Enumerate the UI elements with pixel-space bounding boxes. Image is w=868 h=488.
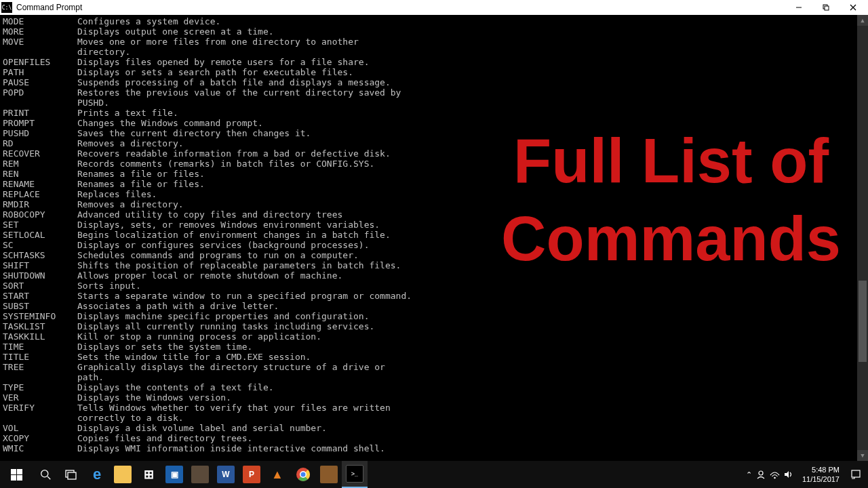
maximize-button[interactable] <box>812 0 840 15</box>
command-name: SCHTASKS <box>3 250 77 260</box>
command-name: TASKKILL <box>3 331 77 342</box>
command-description: Allows proper local or remote shutdown o… <box>77 270 342 281</box>
command-description: Displays all currently running tasks inc… <box>77 321 374 331</box>
command-row: PAUSESuspends processing of a batch file… <box>3 77 865 87</box>
command-name: WMIC <box>3 443 77 453</box>
taskbar-app-powerpoint[interactable]: P <box>239 461 264 488</box>
command-name: RENAME <box>3 179 77 189</box>
command-row: TASKLISTDisplays all currently running t… <box>3 321 865 331</box>
taskbar-app-word[interactable]: W <box>213 461 239 488</box>
taskbar-clock[interactable]: 5:48 PM 11/15/2017 <box>798 465 844 484</box>
taskbar-time: 5:48 PM <box>802 465 840 474</box>
command-description: Saves the current directory then changes… <box>77 128 311 138</box>
command-name: TIME <box>3 342 77 352</box>
taskbar-app-cmd[interactable]: >_ <box>342 461 368 488</box>
taskbar-app-chrome[interactable] <box>290 461 316 488</box>
taskbar-app-explorer[interactable] <box>110 461 136 488</box>
tray-volume-icon[interactable] <box>784 470 794 479</box>
command-row: REMRecords comments (remarks) in batch f… <box>3 159 865 169</box>
command-row: TREEGraphically displays the directory s… <box>3 362 865 382</box>
scroll-down-arrow[interactable]: ▼ <box>857 450 868 461</box>
tray-chevron-up-icon[interactable]: ⌃ <box>746 470 752 479</box>
minimize-button[interactable] <box>785 0 812 15</box>
command-name: SYSTEMINFO <box>3 311 77 321</box>
scroll-up-arrow[interactable]: ▲ <box>857 15 868 26</box>
taskbar-app-misc[interactable] <box>316 461 342 488</box>
command-row: TASKKILLKill or stop a running process o… <box>3 331 865 342</box>
tray-people-icon[interactable] <box>756 470 766 479</box>
command-row: MODEConfigures a system device. <box>3 16 865 26</box>
search-button[interactable] <box>33 461 58 488</box>
command-row: XCOPYCopies files and directory trees. <box>3 433 865 443</box>
command-row: PATHDisplays or sets a search path for e… <box>3 67 865 77</box>
command-description: Displays files opened by remote users fo… <box>77 57 369 67</box>
window-controls <box>785 0 867 15</box>
command-name: REN <box>3 169 77 179</box>
taskbar-app-store[interactable]: ⊞ <box>136 461 161 488</box>
command-name: PRINT <box>3 108 77 118</box>
command-row: SETDisplays, sets, or removes Windows en… <box>3 220 865 230</box>
taskbar-app-media[interactable]: ▣ <box>161 461 187 488</box>
command-row: TIMEDisplays or sets the system time. <box>3 342 865 352</box>
command-row: SUBSTAssociates a path with a drive lett… <box>3 301 865 311</box>
command-name: RECOVER <box>3 148 77 159</box>
command-description: Kill or stop a running process or applic… <box>77 331 321 342</box>
command-description: Sorts input. <box>77 281 141 291</box>
svg-rect-6 <box>17 469 22 474</box>
notification-center-icon[interactable] <box>848 469 864 480</box>
svg-rect-5 <box>11 469 16 474</box>
command-name: PUSHD <box>3 128 77 138</box>
command-name: MORE <box>3 26 77 37</box>
close-button[interactable] <box>840 0 867 15</box>
terminal-output[interactable]: MODEConfigures a system device.MOREDispl… <box>0 15 868 461</box>
command-row: PUSHDSaves the current directory then ch… <box>3 128 865 138</box>
task-view-button[interactable] <box>58 461 84 488</box>
command-row: RENRenames a file or files. <box>3 169 865 179</box>
svg-point-17 <box>301 472 306 477</box>
command-row: RDRemoves a directory. <box>3 138 865 148</box>
window-title: Command Prompt <box>16 3 785 12</box>
scroll-track[interactable] <box>857 26 868 450</box>
command-description: Displays WMI information inside interact… <box>77 443 385 453</box>
taskbar-app-gimp[interactable] <box>187 461 213 488</box>
command-row: VERDisplays the Windows version. <box>3 392 865 403</box>
command-description: Displays output one screen at a time. <box>77 26 274 37</box>
command-row: POPDRestores the previous value of the c… <box>3 87 865 108</box>
command-description: Copies files and directory trees. <box>77 433 252 443</box>
command-name: SUBST <box>3 301 77 311</box>
command-name: PATH <box>3 67 77 77</box>
command-row: ROBOCOPYAdvanced utility to copy files a… <box>3 209 865 220</box>
command-description: Displays a disk volume label and serial … <box>77 423 327 433</box>
scroll-thumb[interactable] <box>859 281 867 362</box>
command-name: SORT <box>3 281 77 291</box>
command-row: SCDisplays or configures services (backg… <box>3 240 865 250</box>
command-row: STARTStarts a separate window to run a s… <box>3 291 865 301</box>
svg-rect-20 <box>852 470 860 477</box>
command-row: RECOVERRecovers readable information fro… <box>3 148 865 159</box>
command-row: TYPEDisplays the contents of a text file… <box>3 382 865 392</box>
command-row: MOVEMoves one or more files from one dir… <box>3 37 865 57</box>
terminal-scrollbar[interactable]: ▲ ▼ <box>857 15 868 461</box>
command-row: SHUTDOWNAllows proper local or remote sh… <box>3 270 865 281</box>
taskbar-app-vlc[interactable]: ▲ <box>264 461 290 488</box>
command-row: OPENFILESDisplays files opened by remote… <box>3 57 865 67</box>
start-button[interactable] <box>0 461 33 488</box>
command-row: SORTSorts input. <box>3 281 865 291</box>
taskbar-app-edge[interactable]: e <box>84 461 110 488</box>
command-name: PAUSE <box>3 77 77 87</box>
command-name: OPENFILES <box>3 57 77 67</box>
command-name: SHIFT <box>3 260 77 270</box>
svg-rect-7 <box>11 475 16 481</box>
command-description: Changes the Windows command prompt. <box>77 118 263 128</box>
command-description: Recovers readable information from a bad… <box>77 148 391 159</box>
command-description: Advanced utility to copy files and direc… <box>77 209 342 220</box>
tray-network-icon[interactable] <box>770 470 780 479</box>
command-name: VERIFY <box>3 403 77 423</box>
command-row: VOLDisplays a disk volume label and seri… <box>3 423 865 433</box>
command-description: Schedules commands and programs to run o… <box>77 250 359 260</box>
taskbar: e ⊞ ▣ W P ▲ >_ ⌃ 5:48 P <box>0 461 868 488</box>
command-row: SYSTEMINFODisplays machine specific prop… <box>3 311 865 321</box>
command-name: SETLOCAL <box>3 230 77 240</box>
command-name: TITLE <box>3 352 77 362</box>
command-description: Restores the previous value of the curre… <box>77 87 401 108</box>
